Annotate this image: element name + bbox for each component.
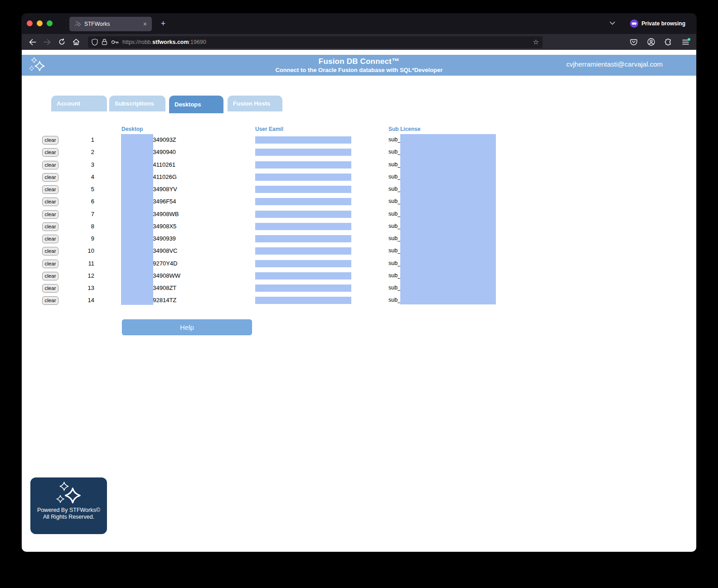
account-icon[interactable]: [645, 36, 657, 48]
desktop-redaction-overlay: [121, 134, 153, 305]
clear-button[interactable]: clear: [42, 161, 58, 169]
email-redaction-bar: [255, 136, 351, 144]
back-icon[interactable]: [26, 36, 39, 48]
sub-license-prefix: sub_: [388, 260, 401, 266]
tab-desktops[interactable]: Desktops: [169, 96, 223, 113]
row-number: 14: [67, 297, 94, 304]
close-window-button[interactable]: [27, 20, 33, 26]
home-icon[interactable]: [70, 36, 82, 48]
desktop-id: 04110261: [150, 161, 175, 168]
clear-button[interactable]: clear: [42, 296, 58, 305]
tab-list-chevron-icon[interactable]: [609, 21, 616, 25]
bookmark-star-icon[interactable]: ☆: [533, 38, 539, 46]
row-number: 5: [67, 186, 94, 193]
forward-icon[interactable]: [41, 36, 53, 48]
row-number: 13: [67, 284, 94, 291]
pocket-icon[interactable]: [627, 36, 640, 48]
sub-license-prefix: sub_: [388, 186, 401, 192]
tab-title: STFWorks: [84, 21, 142, 27]
window-controls[interactable]: [27, 20, 53, 26]
private-browsing-label: Private browsing: [641, 20, 685, 27]
row-number: 4: [67, 174, 94, 180]
footer-line2: All Rights Reserved.: [30, 514, 107, 521]
tab-account[interactable]: Account: [51, 96, 107, 111]
sub-license-prefix: sub_: [388, 136, 401, 143]
tab-favicon-sparkles-icon: [75, 21, 81, 27]
desktop-id: 634908WW: [150, 272, 180, 279]
clear-button[interactable]: clear: [42, 284, 58, 293]
email-redaction-bar: [255, 149, 351, 156]
clear-button[interactable]: clear: [42, 272, 58, 280]
sub-license-prefix: sub_: [388, 235, 401, 241]
sub-license-prefix: sub_: [388, 161, 401, 168]
footer-line1: Powered By STFWorks©: [30, 507, 107, 514]
sub-license-prefix: sub_: [388, 198, 401, 204]
row-number: 1: [67, 136, 94, 143]
page-content: Fusion DB Connect™ Connect to the Oracle…: [22, 50, 696, 552]
email-redaction-bar: [255, 211, 351, 218]
help-button[interactable]: Help: [122, 319, 252, 335]
desktop-id: 69270Y4D: [150, 260, 177, 267]
private-mask-icon: [630, 19, 638, 28]
desktop-id: 63490939: [150, 235, 176, 242]
email-redaction-bar: [255, 247, 351, 255]
sub-license-prefix: sub_: [388, 149, 401, 155]
email-redaction-bar: [255, 272, 351, 280]
clear-button[interactable]: clear: [42, 185, 58, 194]
desktop-id: 634908ZT: [150, 284, 176, 291]
sub-license-prefix: sub_: [388, 272, 401, 279]
clear-button[interactable]: clear: [42, 222, 58, 231]
clear-button[interactable]: clear: [42, 136, 58, 145]
email-redaction-bar: [255, 260, 351, 267]
new-tab-button[interactable]: +: [158, 19, 169, 28]
clear-button[interactable]: clear: [42, 173, 58, 182]
url-text[interactable]: https://robb.stfworks.com:19690: [122, 39, 529, 45]
sub-license-prefix: sub_: [388, 297, 401, 303]
row-number: 10: [67, 247, 94, 254]
minimize-window-button[interactable]: [37, 20, 43, 26]
clear-button[interactable]: clear: [42, 247, 58, 255]
desktop-id: 6349093Z: [150, 136, 176, 143]
stfworks-sparkles-icon: [29, 57, 45, 73]
row-number: 2: [67, 149, 94, 155]
clear-button[interactable]: clear: [42, 235, 58, 243]
email-redaction-bar: [255, 174, 351, 181]
desktop-id: 634908X5: [150, 223, 176, 230]
browser-tab[interactable]: STFWorks ×: [69, 17, 152, 31]
powered-by-box: Powered By STFWorks© All Rights Reserved…: [30, 477, 107, 534]
reload-icon[interactable]: [55, 36, 68, 48]
email-redaction-bar: [255, 198, 351, 205]
url-bar[interactable]: https://robb.stfworks.com:19690 ☆: [88, 36, 543, 48]
maximize-window-button[interactable]: [47, 20, 53, 26]
row-number: 7: [67, 211, 94, 217]
clear-button[interactable]: clear: [42, 210, 58, 219]
row-number: 6: [67, 198, 94, 205]
browser-titlebar: STFWorks × + Private browsing: [22, 14, 696, 34]
desktop-id: 634908YV: [150, 186, 177, 193]
tab-fusion-hosts[interactable]: Fusion Hosts: [228, 96, 282, 111]
email-redaction-bar: [255, 284, 351, 292]
sub-license-prefix: sub_: [388, 284, 401, 291]
browser-window: STFWorks × + Private browsing: [22, 14, 696, 552]
clear-button[interactable]: clear: [42, 198, 58, 206]
sub-license-prefix: sub_: [388, 223, 401, 229]
app-header: Fusion DB Connect™ Connect to the Oracle…: [22, 55, 696, 76]
lock-icon[interactable]: [102, 39, 107, 45]
desktop-id: 63496F54: [150, 198, 176, 205]
extensions-icon[interactable]: [662, 36, 674, 48]
tracking-shield-icon[interactable]: [92, 39, 98, 46]
tab-close-icon[interactable]: ×: [142, 20, 148, 28]
sub-license-prefix: sub_: [388, 174, 401, 180]
clear-button[interactable]: clear: [42, 260, 58, 268]
tab-subscriptions[interactable]: Subscriptions: [109, 96, 165, 111]
user-email: cvjherramientasti@carvajal.com: [566, 60, 663, 68]
row-number: 8: [67, 223, 94, 230]
menu-hamburger-icon[interactable]: [679, 36, 692, 48]
desktop-id: 692814TZ: [150, 297, 176, 304]
row-number: 9: [67, 235, 94, 242]
clear-button[interactable]: clear: [42, 148, 58, 157]
column-header-desktop: Desktop: [121, 126, 143, 132]
key-icon[interactable]: [111, 39, 119, 45]
toolbar-right-icons: [627, 36, 692, 48]
email-redaction-bar: [255, 161, 351, 169]
